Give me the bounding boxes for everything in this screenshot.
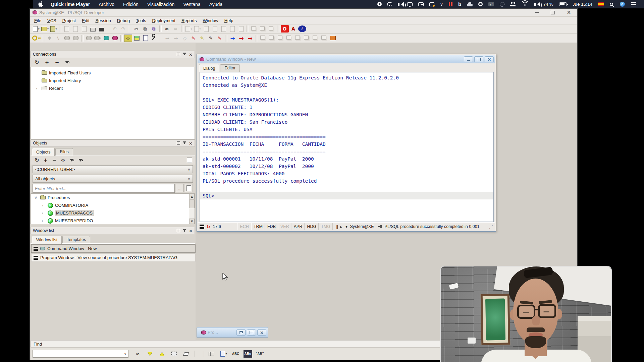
control-center-list-icon[interactable] <box>631 4 636 5</box>
pause-red-icon[interactable] <box>449 2 452 6</box>
recall-statement-button[interactable] <box>142 35 150 42</box>
undo-button[interactable]: ↶ <box>111 25 119 33</box>
printer-setup-button[interactable] <box>98 25 106 33</box>
sql-window-button[interactable]: ▾ <box>94 35 102 42</box>
new-plan-window-button[interactable] <box>277 35 285 42</box>
preferences-button[interactable] <box>150 35 158 42</box>
scrollbar-thumb[interactable] <box>189 199 195 208</box>
scroll-up-icon[interactable]: ▲ <box>189 194 195 199</box>
new-html-window-button[interactable] <box>303 35 311 42</box>
display-icon[interactable] <box>407 2 413 6</box>
tree-chevron-icon[interactable]: › <box>42 203 46 208</box>
session-dropdown-icon[interactable]: ▾ <box>345 225 347 229</box>
print-preview-button[interactable] <box>80 25 88 33</box>
window-list-tab[interactable]: Templates <box>62 236 90 243</box>
object-filter-select[interactable]: All objects ∨ <box>33 175 193 183</box>
new-diagram-window-button[interactable] <box>312 35 320 42</box>
continue-output-icon[interactable]: ▸ <box>340 224 342 229</box>
stop-button[interactable]: ✱ <box>46 35 54 42</box>
app-menu-item[interactable]: File <box>31 17 44 24</box>
find-next-button[interactable]: ∞ <box>172 25 180 33</box>
find-previous-button[interactable] <box>146 350 154 358</box>
run-button[interactable]: → <box>229 35 237 42</box>
output-toggle[interactable]: ECH <box>237 223 251 230</box>
clear-marks-button[interactable] <box>182 350 191 358</box>
commit-button[interactable] <box>63 35 71 42</box>
break-button[interactable]: → <box>246 35 254 42</box>
new-report-window-button[interactable] <box>111 35 119 42</box>
profile-button[interactable]: ✎ <box>207 35 215 42</box>
macos-menu-ayuda[interactable]: Ayuda <box>205 2 227 7</box>
app-menu-item[interactable]: Tools <box>133 17 149 24</box>
debug-button[interactable]: ✎ <box>190 35 198 42</box>
procedures-root-item[interactable]: ∨ Procedures <box>31 194 195 201</box>
plsqldoc-button[interactable]: i <box>298 25 306 32</box>
remove-connection-button[interactable]: − <box>53 59 61 66</box>
mark-all-button[interactable] <box>170 350 178 358</box>
volume-icon[interactable] <box>398 3 399 6</box>
indent-button[interactable] <box>211 25 219 33</box>
session-info-button[interactable] <box>85 35 93 42</box>
save-as-button[interactable]: ▾ <box>50 25 58 33</box>
child-maximize-button[interactable] <box>474 56 483 62</box>
screen-recording-icon[interactable] <box>429 2 434 6</box>
object-filter-input[interactable] <box>33 184 174 192</box>
panel-close-icon[interactable]: × <box>189 52 193 57</box>
find-input[interactable] <box>33 350 122 357</box>
remove-object-button[interactable]: − <box>50 157 58 164</box>
output-toggle[interactable]: TMG <box>319 223 333 230</box>
procedure-tree-item[interactable]: › P COMBINATORIA <box>31 201 195 209</box>
comment-button[interactable] <box>228 25 236 33</box>
macos-menu-ventana[interactable]: Ventana <box>179 2 205 7</box>
code-assistant-button[interactable]: ▾ <box>194 25 202 33</box>
forward-button[interactable]: → <box>172 35 180 42</box>
procedure-tree-item[interactable]: › P MUESTRAPEDIDO <box>31 217 195 224</box>
command-window-titlebar[interactable]: Command Window - New × <box>198 55 495 63</box>
authorize-button[interactable] <box>329 35 337 42</box>
logon-button[interactable]: ▾ <box>32 35 41 42</box>
maximize-button[interactable] <box>548 10 557 15</box>
new-button[interactable]: ▾ <box>32 25 40 33</box>
new-test-window-button[interactable] <box>268 35 276 42</box>
app-menu-item[interactable]: Debug <box>114 17 133 24</box>
command-window-tab[interactable]: Editor <box>220 64 240 72</box>
volume-2-icon[interactable] <box>534 3 536 6</box>
new-report-window-2-button[interactable] <box>294 35 302 42</box>
search-scope-button[interactable]: ▾ <box>219 350 228 358</box>
special-paste-button[interactable]: ▾ <box>185 25 193 33</box>
chevron-down-icon[interactable]: ∨ <box>440 2 443 7</box>
window-list-item[interactable]: Command Window - New <box>31 244 196 253</box>
save-button[interactable] <box>63 25 71 33</box>
pause-output-icon[interactable]: ∥ <box>336 224 338 229</box>
minimized-program-window[interactable]: Pro... × <box>197 327 268 338</box>
tree-chevron-icon[interactable]: › <box>42 210 46 216</box>
find-button[interactable]: ∞ <box>133 350 142 358</box>
child-minimize-button[interactable] <box>464 56 473 62</box>
macos-active-app-name[interactable]: QuickTime Player <box>46 2 94 7</box>
chat-bubble-icon[interactable] <box>387 2 392 6</box>
child-close-button[interactable]: × <box>257 329 266 336</box>
filter-objects-button[interactable] <box>68 157 76 164</box>
open-button[interactable]: ▾ <box>41 25 49 33</box>
search-icon[interactable] <box>610 3 613 6</box>
refresh-connections-button[interactable]: ↻ <box>33 59 41 66</box>
apple-menu[interactable] <box>35 1 46 8</box>
panel-close-icon[interactable]: × <box>189 228 193 233</box>
cascade-windows-button[interactable] <box>250 25 258 33</box>
child-restore-button[interactable] <box>236 329 246 336</box>
connection-tree-item[interactable]: Imported History <box>31 77 195 84</box>
objects-tab[interactable]: Objects <box>32 148 55 156</box>
acrobat-reader-button[interactable]: A <box>289 25 298 33</box>
objects-checkbox[interactable] <box>187 158 192 163</box>
print-button[interactable] <box>89 25 97 33</box>
keyboard-button[interactable] <box>207 350 216 358</box>
opera-icon[interactable] <box>478 2 483 6</box>
test-button[interactable]: ✎ <box>198 35 206 42</box>
keyboard-layout-flag-icon[interactable] <box>598 2 604 6</box>
output-toggle[interactable]: HDG <box>305 223 319 230</box>
uncomment-button[interactable] <box>237 25 245 33</box>
record-stop-icon[interactable] <box>377 2 382 6</box>
whole-words-button[interactable]: ABc <box>244 350 252 358</box>
panel-pin-icon[interactable] <box>183 53 186 56</box>
back-button[interactable]: → <box>163 35 171 42</box>
